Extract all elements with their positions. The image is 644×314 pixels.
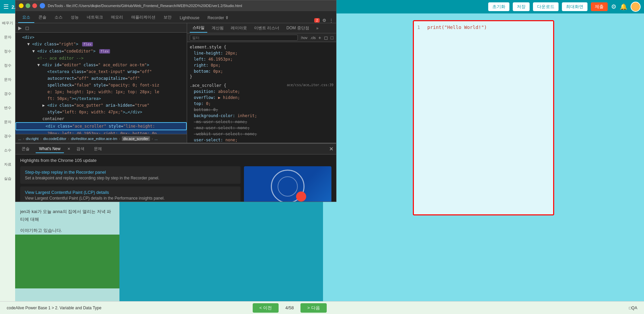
sidebar-item-10[interactable]: 자료 <box>2 158 14 170</box>
hamburger-icon[interactable]: ☰ <box>3 3 9 10</box>
breadcrumb-item[interactable]: div.right <box>26 137 39 141</box>
sidebar-item-9[interactable]: 소수 <box>2 144 14 156</box>
breadcrumb-item[interactable]: ... <box>18 137 21 141</box>
computed-icon[interactable]: ◻ <box>324 35 328 40</box>
tree-row[interactable]: <div> <box>15 34 187 41</box>
style-prop-strikethrough[interactable]: bottom: 0; <box>190 107 333 113</box>
tab-recorder[interactable]: Recorder 🎙 <box>204 13 234 23</box>
style-prop-strikethrough[interactable]: -ms-user-select: none; <box>190 119 333 125</box>
style-tab-computed[interactable]: 계산됨 <box>209 24 226 32</box>
style-tab-events[interactable]: 이벤트 리스너 <box>251 24 282 32</box>
prev-button[interactable]: < 이전 <box>253 303 279 313</box>
submit-button[interactable]: 제출 <box>591 2 608 11</box>
device-icon[interactable]: ◻ <box>25 25 29 31</box>
tree-row[interactable]: e: 1px; height: 1px; width: 1px; top: 28… <box>15 89 187 95</box>
add-style-icon[interactable]: + <box>318 35 321 40</box>
next-button[interactable]: > 다음 <box>300 303 326 313</box>
console-close-all[interactable]: ✕ <box>329 146 333 152</box>
tab-performance[interactable]: 성능 <box>67 12 83 23</box>
card-link-1[interactable]: Step-by-step replay in the Recorder pane… <box>25 170 236 175</box>
console-tab-issues[interactable]: 문제 <box>91 145 105 153</box>
tree-row-highlighted-2[interactable]: 28px; left: 46.1953px; right: 0px; botto… <box>15 130 187 134</box>
breadcrumb-item[interactable]: div.codeEditor <box>43 137 66 141</box>
close-button[interactable] <box>32 3 37 8</box>
style-prop[interactable]: overflow: ▶ hidden; <box>190 95 333 101</box>
sidebar-item-7[interactable]: 문자 <box>2 116 14 128</box>
minimize-button[interactable] <box>19 3 24 8</box>
sidebar-item-4[interactable]: 문자 <box>2 73 14 85</box>
console-tab-search[interactable]: 검색 <box>73 145 88 153</box>
avatar[interactable] <box>631 2 641 12</box>
style-prop[interactable]: right: 0px; <box>190 62 333 68</box>
download-button[interactable]: 다운로드 <box>533 2 559 11</box>
cls-toggle[interactable]: .cls <box>310 36 316 40</box>
tree-row[interactable]: container <box>15 115 187 122</box>
style-prop[interactable]: line-height: 28px; <box>190 50 333 56</box>
card-link-2[interactable]: View Largest Contentful Paint (LCP) deta… <box>25 190 236 195</box>
breadcrumb-item[interactable]: ... <box>154 137 157 141</box>
tree-row[interactable]: autocorrect="off" autocapitalize="off" <box>15 75 187 82</box>
sidebar-item-8[interactable]: 경수 <box>2 130 14 142</box>
tree-row[interactable]: ▶ <div class="ace_gutter" aria-hidden="t… <box>15 102 187 109</box>
tree-row[interactable]: <textarea class="ace_text-input" wrap="o… <box>15 68 187 75</box>
style-tab-more[interactable]: » <box>314 25 321 32</box>
qa-label[interactable]: □QA <box>629 306 637 310</box>
elements-tree[interactable]: <div> ▼ <div class="right"> flex ▼ <div … <box>15 33 187 134</box>
tab-security[interactable]: 보안 <box>159 12 176 23</box>
style-tab-styles[interactable]: 스타일 <box>190 24 207 33</box>
sidebar-item-2[interactable]: 정수 <box>2 45 14 57</box>
maximize-button[interactable] <box>26 3 30 8</box>
tree-row[interactable]: ▼ <div id="editor" class=" ace_editor ac… <box>15 62 187 68</box>
style-prop[interactable]: bottom: 0px; <box>190 68 333 74</box>
filter-input[interactable] <box>190 35 298 41</box>
sidebar-item-3[interactable]: 정수 <box>2 59 14 71</box>
sidebar-item-0[interactable]: 배우기 <box>2 17 14 29</box>
style-prop[interactable]: top: 0; <box>190 101 333 107</box>
whats-new-card-2[interactable]: View Largest Contentful Paint (LCP) deta… <box>20 186 241 202</box>
tab-application[interactable]: 애플리케이션 <box>127 12 159 23</box>
sidebar-item-1[interactable]: 문자 <box>2 31 14 43</box>
bell-icon[interactable]: 🔔 <box>620 3 627 10</box>
settings-icon[interactable]: ⚙ <box>322 18 326 23</box>
settings-icon[interactable]: ⚙ <box>611 3 616 10</box>
style-prop-strikethrough[interactable]: -moz-user-select: none; <box>190 125 333 131</box>
tab-memory[interactable]: 메모리 <box>107 12 127 23</box>
console-tab-whatsnew[interactable]: What's New <box>36 145 64 153</box>
tab-console[interactable]: 콘솔 <box>34 12 50 23</box>
tree-row[interactable]: ▼ <div class="right"> flex <box>15 41 187 48</box>
sidebar-item-11[interactable]: 실습 <box>2 172 14 184</box>
tab-lighthouse[interactable]: Lighthouse <box>176 13 204 23</box>
style-prop[interactable]: background-color: inherit; <box>190 113 333 119</box>
tab-sources[interactable]: 소스 <box>50 12 67 23</box>
more-icon[interactable]: ⋮ <box>329 18 333 23</box>
style-prop-strikethrough[interactable]: -webkit-user-select: none; <box>190 131 333 137</box>
whats-new-card-1[interactable]: Step-by-step replay in the Recorder pane… <box>20 166 241 184</box>
new-style-icon[interactable]: □ <box>331 35 333 40</box>
style-prop[interactable]: left: 46.1953px; <box>190 56 333 62</box>
style-tab-layout[interactable]: 레이아웃 <box>228 24 250 32</box>
tab-network[interactable]: 네트워크 <box>83 12 107 23</box>
tree-row-highlighted[interactable]: <div class="ace_scroller" style="line-he… <box>15 122 187 130</box>
fullscreen-button[interactable]: 최대화면 <box>562 2 587 11</box>
sidebar-item-5[interactable]: 경수 <box>2 88 14 100</box>
style-tab-dom[interactable]: DOM 중단점 <box>284 24 312 32</box>
tree-row[interactable]: spellcheck="false" style="opacity: 0; fo… <box>15 82 187 89</box>
console-tab-console[interactable]: 콘솔 <box>18 145 33 153</box>
tree-row[interactable]: ft: 50px;"></textarea> <box>15 95 187 102</box>
hov-toggle[interactable]: :hov <box>300 36 308 40</box>
breadcrumb-item[interactable]: div#editor.ace_editor.ace-tm <box>71 137 117 141</box>
save-button[interactable]: 저장 <box>513 2 530 11</box>
code-editor-box[interactable]: 1 print("Hello World!") <box>413 20 554 215</box>
tree-row[interactable]: ▼ <div class="codeEditor"> flex <box>15 48 187 55</box>
inspect-icon[interactable]: ▶ <box>18 25 22 31</box>
tree-row[interactable]: style="left: 0px; width: 47px;">…</div> <box>15 109 187 115</box>
style-prop[interactable]: position: absolute; <box>190 89 333 95</box>
tree-row-comment[interactable]: <!-- ace editor --> <box>15 55 187 62</box>
whatsnew-close[interactable]: ✕ <box>67 147 70 151</box>
sidebar-item-6[interactable]: 변수 <box>2 102 14 114</box>
devtools-tab-icons: 2 ⚙ ⋮ <box>314 18 333 23</box>
breadcrumb-item-active[interactable]: div.ace_scroller <box>122 136 150 141</box>
reset-button[interactable]: 초기화 <box>488 2 509 11</box>
tab-elements[interactable]: 요소 <box>18 12 34 23</box>
style-prop[interactable]: user-select: none; <box>190 137 333 143</box>
